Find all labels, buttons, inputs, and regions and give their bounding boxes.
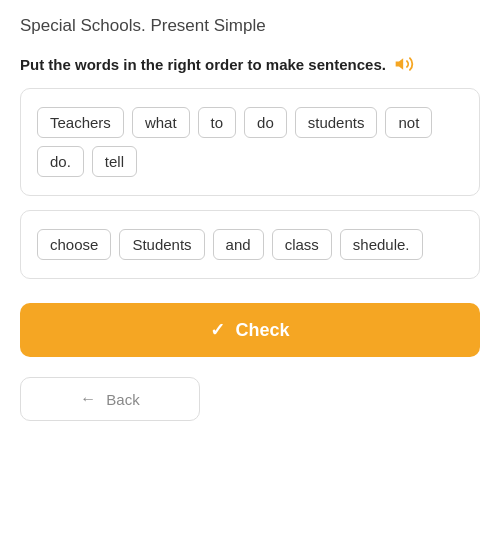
sentence2-box: choose Students and class shedule. [20, 210, 480, 279]
audio-icon[interactable] [394, 54, 414, 74]
back-button[interactable]: ← Back [20, 377, 200, 421]
word-tile[interactable]: Teachers [37, 107, 124, 138]
sentence1-box: Teachers what to do students not do. tel… [20, 88, 480, 196]
check-button-label: Check [235, 320, 289, 341]
instruction-text: Put the words in the right order to make… [20, 54, 480, 74]
page-title: Special Schools. Present Simple [20, 16, 480, 36]
svg-marker-0 [396, 58, 404, 70]
back-button-label: Back [106, 391, 139, 408]
word-tile[interactable]: tell [92, 146, 137, 177]
sentence1-word-row: Teachers what to do students not do. tel… [37, 107, 463, 177]
sentence2-word-row: choose Students and class shedule. [37, 229, 463, 260]
arrow-left-icon: ← [80, 390, 96, 408]
word-tile[interactable]: to [198, 107, 237, 138]
word-tile[interactable]: do. [37, 146, 84, 177]
word-tile[interactable]: choose [37, 229, 111, 260]
word-tile[interactable]: do [244, 107, 287, 138]
word-tile[interactable]: Students [119, 229, 204, 260]
word-tile[interactable]: students [295, 107, 378, 138]
word-tile[interactable]: shedule. [340, 229, 423, 260]
word-tile[interactable]: and [213, 229, 264, 260]
word-tile[interactable]: not [385, 107, 432, 138]
checkmark-icon: ✓ [210, 319, 225, 341]
check-button[interactable]: ✓ Check [20, 303, 480, 357]
page-container: Special Schools. Present Simple Put the … [0, 0, 500, 445]
word-tile[interactable]: what [132, 107, 190, 138]
word-tile[interactable]: class [272, 229, 332, 260]
